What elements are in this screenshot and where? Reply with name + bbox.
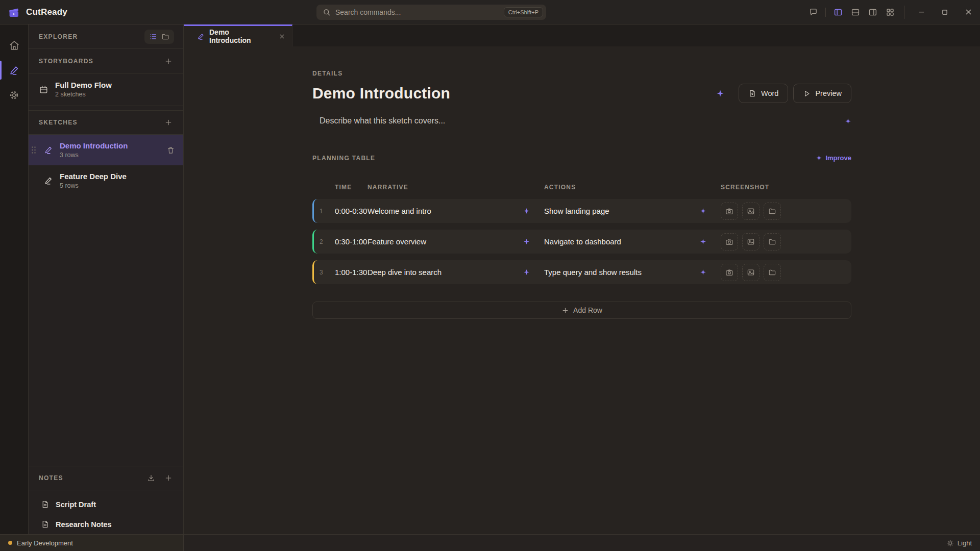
browse-files-button[interactable] — [764, 203, 781, 220]
search-icon — [323, 8, 331, 16]
nav-settings-button[interactable] — [0, 83, 29, 108]
add-storyboard-button[interactable] — [163, 56, 174, 67]
status-dot — [8, 541, 12, 545]
panel-bottom-icon — [851, 8, 860, 17]
screenshot-cell — [721, 203, 851, 220]
sketch-item-text: Feature Deep Dive 5 rows — [60, 172, 176, 189]
capture-screenshot-button[interactable] — [721, 264, 738, 281]
sketch-page-title[interactable]: Demo Introduction — [312, 85, 714, 102]
planning-table-header: PLANNING TABLE Improve — [312, 154, 851, 162]
nav-sketches-button[interactable] — [0, 58, 29, 83]
toggle-bottom-panel-button[interactable] — [847, 4, 864, 21]
description-input[interactable]: Describe what this sketch covers... — [312, 116, 851, 126]
time-cell[interactable]: 1:00-1:30 — [335, 268, 368, 277]
list-icon — [149, 33, 157, 41]
attach-image-button[interactable] — [742, 203, 760, 220]
attach-image-button[interactable] — [742, 233, 760, 251]
actions-cell[interactable]: Navigate to dashboard — [544, 237, 721, 246]
sketch-title: Feature Deep Dive — [60, 172, 176, 181]
ai-sparkle-button[interactable] — [523, 238, 530, 245]
sketch-subtitle: 5 rows — [60, 182, 176, 189]
actions-cell[interactable]: Show landing page — [544, 207, 721, 215]
delete-sketch-button[interactable] — [165, 145, 176, 156]
time-cell[interactable]: 0:30-1:00 — [335, 237, 368, 246]
export-word-button[interactable]: Word — [739, 84, 788, 103]
narrative-text: Deep dive into search — [368, 268, 523, 277]
ai-sparkle-button[interactable] — [700, 208, 706, 214]
note-item-script-draft[interactable]: Script Draft — [29, 494, 183, 514]
storyboards-header: STORYBOARDS — [29, 49, 183, 73]
import-note-button[interactable] — [145, 472, 157, 484]
camera-icon — [725, 268, 733, 277]
add-row-button[interactable]: Add Row — [312, 302, 851, 319]
sketch-item-demo-introduction[interactable]: Demo Introduction 3 rows — [29, 135, 183, 165]
sun-icon — [946, 539, 954, 547]
sketch-item-feature-deep-dive[interactable]: Feature Deep Dive 5 rows — [29, 165, 183, 196]
feedback-chat-button[interactable] — [804, 4, 822, 21]
browse-files-button[interactable] — [764, 233, 781, 251]
storyboard-item-full-demo-flow[interactable]: Full Demo Flow 2 sketches — [29, 73, 183, 106]
add-sketch-button[interactable] — [163, 117, 174, 128]
sketches-header: SKETCHES — [29, 110, 183, 135]
ai-sparkle-button[interactable] — [700, 269, 706, 276]
actions-text: Navigate to dashboard — [544, 237, 700, 246]
tab-demo-introduction[interactable]: Demo Introduction — [184, 24, 292, 46]
capture-screenshot-button[interactable] — [721, 203, 738, 220]
improve-button[interactable]: Improve — [816, 154, 851, 162]
ai-sparkle-button[interactable] — [523, 208, 530, 214]
close-icon — [279, 33, 285, 40]
sidebar: EXPLORER — [29, 24, 184, 534]
sparkle-icon — [845, 118, 851, 124]
minimize-button[interactable] — [910, 0, 933, 24]
titlebar: CutReady Search commands... Ctrl+Shift+P — [0, 0, 980, 24]
table-row: 3 1:00-1:30 Deep dive into search Type q… — [312, 260, 851, 284]
maximize-button[interactable] — [933, 0, 957, 24]
theme-toggle[interactable]: Light — [946, 539, 980, 547]
activity-bar — [0, 24, 29, 534]
clapperboard-icon — [39, 85, 48, 94]
minimize-icon — [918, 8, 925, 16]
ai-sparkle-button[interactable] — [714, 87, 726, 99]
layout-grid-button[interactable] — [881, 4, 899, 21]
ai-sparkle-button[interactable] — [700, 238, 706, 245]
pencil-icon — [44, 145, 53, 155]
narrative-cell[interactable]: Welcome and intro — [368, 207, 544, 215]
toggle-left-panel-button[interactable] — [829, 4, 847, 21]
column-header-actions: ACTIONS — [544, 184, 721, 191]
status-bar: Early Development Light — [0, 534, 980, 551]
ai-sparkle-button[interactable] — [523, 269, 530, 276]
folder-view-button[interactable] — [160, 32, 170, 42]
theme-label: Light — [958, 539, 972, 547]
ai-sparkle-button[interactable] — [845, 118, 851, 124]
main-area: Demo Introduction DETAILS Demo Introduct… — [184, 24, 980, 534]
narrative-cell[interactable]: Deep dive into search — [368, 268, 544, 277]
browse-files-button[interactable] — [764, 264, 781, 281]
narrative-cell[interactable]: Feature overview — [368, 237, 544, 246]
add-note-button[interactable] — [163, 472, 174, 484]
close-window-button[interactable] — [957, 0, 980, 24]
folder-icon — [768, 207, 776, 215]
attach-image-button[interactable] — [742, 264, 760, 281]
chat-bubble-icon — [809, 8, 818, 16]
close-tab-button[interactable] — [277, 32, 287, 41]
note-item-research-notes[interactable]: Research Notes — [29, 514, 183, 534]
capture-screenshot-button[interactable] — [721, 233, 738, 251]
pencil-icon — [44, 176, 53, 185]
nav-home-button[interactable] — [0, 33, 29, 58]
table-header-row: TIME NARRATIVE ACTIONS SCREENSHOT — [312, 182, 851, 192]
gear-icon — [9, 90, 19, 101]
preview-button[interactable]: Preview — [793, 84, 851, 103]
sketches-label: SKETCHES — [39, 119, 163, 126]
time-cell[interactable]: 0:00-0:30 — [335, 207, 368, 215]
row-number: 3 — [320, 269, 335, 276]
toggle-right-panel-button[interactable] — [864, 4, 881, 21]
command-search-input[interactable]: Search commands... Ctrl+Shift+P — [316, 5, 546, 20]
explorer-view-toggle — [144, 30, 174, 44]
plus-icon — [164, 474, 173, 482]
actions-cell[interactable]: Type query and show results — [544, 268, 721, 277]
word-button-label: Word — [761, 89, 778, 97]
app-title: CutReady — [26, 7, 67, 17]
camera-icon — [725, 207, 733, 215]
list-view-button[interactable] — [148, 32, 158, 42]
drag-handle[interactable] — [29, 135, 39, 165]
